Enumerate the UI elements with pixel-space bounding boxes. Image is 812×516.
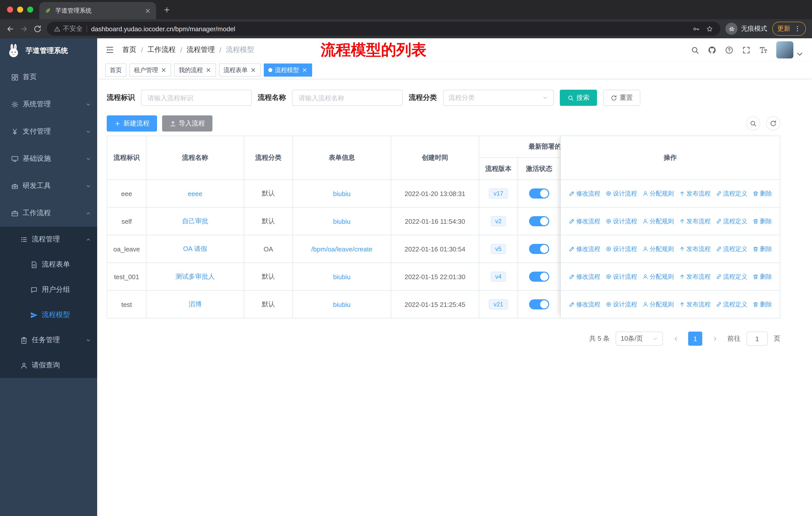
action-design[interactable]: 设计流程 — [605, 217, 637, 225]
tag-首页[interactable]: 首页 — [105, 63, 126, 77]
action-assign-rule[interactable]: 分配规则 — [642, 300, 674, 309]
process-name-link[interactable]: 滔博 — [188, 300, 202, 309]
tag-流程模型[interactable]: 流程模型 — [264, 63, 312, 77]
process-name-input[interactable] — [292, 90, 403, 106]
reset-button[interactable]: 重置 — [603, 90, 640, 106]
action-definition[interactable]: 流程定义 — [716, 272, 747, 281]
forward-icon[interactable] — [20, 24, 28, 33]
action-assign-rule[interactable]: 分配规则 — [642, 272, 674, 281]
action-design[interactable]: 设计流程 — [605, 189, 637, 198]
breadcrumb-item[interactable]: 流程管理 — [187, 45, 215, 54]
toggle-search-button[interactable] — [746, 116, 760, 131]
refresh-table-button[interactable] — [766, 116, 780, 131]
sidebar-item-payment-management[interactable]: 支付管理 — [0, 118, 97, 145]
reload-icon[interactable] — [33, 24, 42, 33]
action-publish[interactable]: 发布流程 — [679, 272, 710, 281]
font-size-icon[interactable] — [759, 46, 768, 54]
action-delete[interactable]: 删除 — [752, 272, 772, 281]
action-publish[interactable]: 发布流程 — [679, 300, 710, 309]
tag-close-icon[interactable] — [205, 67, 211, 73]
sidebar-item-infrastructure[interactable]: 基础设施 — [0, 145, 97, 172]
process-name-link[interactable]: eeee — [188, 190, 202, 197]
action-design[interactable]: 设计流程 — [605, 272, 637, 281]
password-key-icon[interactable] — [692, 25, 700, 32]
action-definition[interactable]: 流程定义 — [716, 189, 747, 198]
tag-我的流程[interactable]: 我的流程 — [174, 63, 216, 77]
search-icon[interactable] — [691, 46, 699, 54]
security-status[interactable]: 不安全 — [54, 24, 83, 33]
sidebar-item-process-form[interactable]: 流程表单 — [0, 252, 97, 277]
action-modify[interactable]: 修改流程 — [569, 272, 600, 281]
sidebar-item-leave-query[interactable]: 请假查询 — [0, 353, 97, 378]
tab-close-icon[interactable] — [144, 7, 151, 14]
sidebar-item-process-model[interactable]: 流程模型 — [0, 302, 97, 328]
user-menu[interactable] — [776, 41, 804, 58]
active-toggle[interactable] — [529, 272, 549, 282]
action-publish[interactable]: 发布流程 — [679, 189, 710, 198]
maximize-window-button[interactable] — [27, 6, 33, 12]
sidebar-item-user-group[interactable]: 用户分组 — [0, 277, 97, 302]
sidebar-item-workflow[interactable]: 工作流程 — [0, 199, 97, 227]
version-badge[interactable]: v21 — [489, 299, 508, 310]
close-window-button[interactable] — [7, 6, 13, 12]
browser-tab[interactable]: 芋道管理系统 — [39, 2, 156, 19]
tag-租户管理[interactable]: 租户管理 — [129, 63, 171, 77]
version-badge[interactable]: v17 — [489, 188, 508, 199]
action-definition[interactable]: 流程定义 — [716, 300, 747, 309]
collapse-sidebar-icon[interactable] — [105, 45, 114, 54]
process-name-link[interactable]: 自己审批 — [182, 217, 208, 226]
active-toggle[interactable] — [529, 188, 549, 198]
address-bar[interactable]: 不安全 dashboard.yudao.iocoder.cn/bpm/manag… — [47, 22, 720, 36]
action-definition[interactable]: 流程定义 — [716, 217, 747, 225]
current-page-button[interactable]: 1 — [688, 332, 702, 346]
action-modify[interactable]: 修改流程 — [569, 217, 600, 225]
form-info-link[interactable]: biubiu — [333, 273, 350, 280]
help-icon[interactable] — [725, 46, 733, 54]
action-delete[interactable]: 删除 — [752, 189, 772, 198]
active-toggle[interactable] — [529, 216, 549, 226]
bookmark-star-icon[interactable] — [706, 25, 713, 32]
action-assign-rule[interactable]: 分配规则 — [642, 245, 674, 253]
version-badge[interactable]: v5 — [491, 244, 506, 254]
sidebar-item-system-management[interactable]: 系统管理 — [0, 91, 97, 118]
minimize-window-button[interactable] — [17, 6, 23, 12]
action-publish[interactable]: 发布流程 — [679, 217, 710, 225]
create-process-button[interactable]: 新建流程 — [107, 115, 157, 132]
process-name-link[interactable]: 测试多审批人 — [175, 272, 215, 281]
action-modify[interactable]: 修改流程 — [569, 245, 600, 253]
breadcrumb-item[interactable]: 工作流程 — [147, 45, 176, 54]
github-icon[interactable] — [708, 46, 716, 54]
form-info-link[interactable]: biubiu — [333, 217, 350, 225]
tag-close-icon[interactable] — [161, 67, 167, 73]
sidebar-item-home[interactable]: 首页 — [0, 63, 97, 91]
sidebar-item-task-management[interactable]: 任务管理 — [0, 328, 97, 353]
breadcrumb-item[interactable]: 首页 — [122, 45, 137, 54]
action-assign-rule[interactable]: 分配规则 — [642, 217, 674, 225]
action-delete[interactable]: 删除 — [752, 300, 772, 309]
action-modify[interactable]: 修改流程 — [569, 300, 600, 309]
new-tab-button[interactable] — [163, 6, 171, 13]
action-design[interactable]: 设计流程 — [605, 245, 637, 253]
action-modify[interactable]: 修改流程 — [569, 189, 600, 198]
action-design[interactable]: 设计流程 — [605, 300, 637, 309]
action-publish[interactable]: 发布流程 — [679, 245, 710, 253]
process-name-link[interactable]: OA 请假 — [183, 244, 207, 253]
version-badge[interactable]: v4 — [491, 272, 506, 282]
tag-流程表单[interactable]: 流程表单 — [219, 63, 261, 77]
action-delete[interactable]: 删除 — [752, 245, 772, 253]
sidebar-item-dev-tools[interactable]: 研发工具 — [0, 172, 97, 199]
tag-close-icon[interactable] — [250, 67, 256, 73]
version-badge[interactable]: v2 — [491, 216, 506, 226]
app-logo[interactable]: 芋道管理系统 — [0, 38, 97, 63]
form-info-link[interactable]: biubiu — [333, 190, 350, 197]
goto-page-input[interactable] — [747, 332, 768, 346]
active-toggle[interactable] — [529, 244, 549, 254]
user-avatar[interactable] — [776, 41, 793, 58]
action-definition[interactable]: 流程定义 — [716, 245, 747, 253]
action-delete[interactable]: 删除 — [752, 217, 772, 225]
sidebar-item-process-management[interactable]: 流程管理 — [0, 227, 97, 252]
search-button[interactable]: 搜索 — [560, 90, 597, 106]
action-assign-rule[interactable]: 分配规则 — [642, 189, 674, 198]
active-toggle[interactable] — [529, 299, 549, 309]
process-key-input[interactable] — [141, 90, 252, 106]
